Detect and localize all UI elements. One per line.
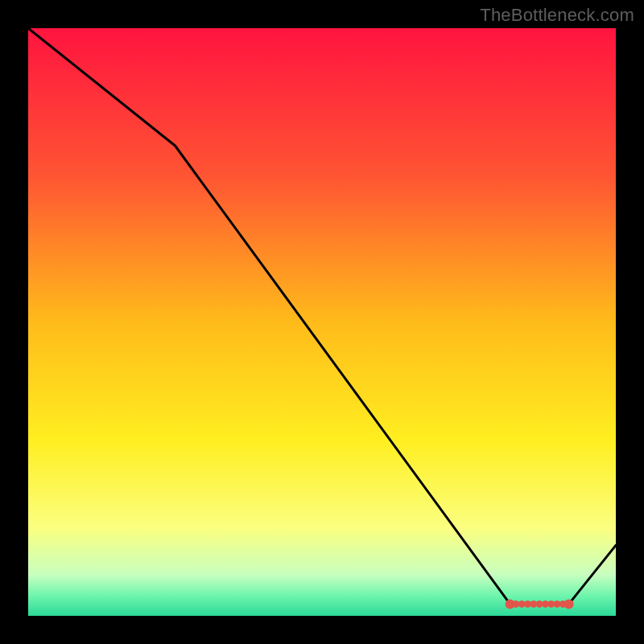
gradient-background — [28, 28, 616, 616]
chart-frame: TheBottleneck.com — [0, 0, 644, 644]
marker-point — [564, 599, 574, 609]
bottleneck-chart — [28, 28, 616, 616]
watermark-text: TheBottleneck.com — [480, 5, 634, 26]
optimal-markers — [506, 599, 574, 609]
plot-area — [28, 28, 616, 616]
